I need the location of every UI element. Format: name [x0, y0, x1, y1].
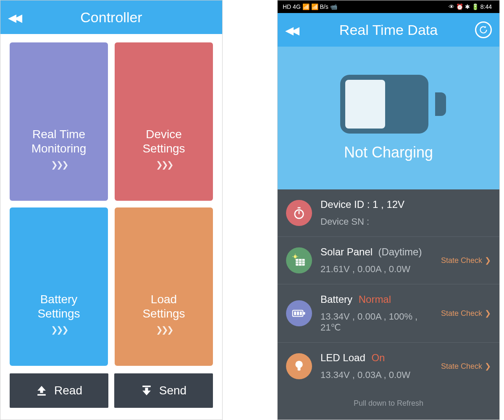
bulb-icon [286, 353, 312, 379]
back-button[interactable]: ◂◂ [278, 20, 304, 39]
chevrons-icon: ❯❯❯ [156, 325, 172, 335]
tile-real-time-monitoring[interactable]: Real Time Monitoring ❯❯❯ [10, 42, 108, 201]
download-icon [141, 385, 152, 396]
tile-label: Device Settings [142, 127, 185, 155]
back-button[interactable]: ◂◂ [0, 8, 27, 27]
solar-title-line: Solar Panel (Daytime) [320, 246, 438, 258]
realtime-screen: HD 4G 📶 📶 B/s 📹 👁 ⏰ ✱ 🔋 8:44 ◂◂ Real Tim… [277, 0, 500, 420]
svg-rect-17 [37, 394, 46, 396]
navbar-realtime: ◂◂ Real Time Data [278, 13, 499, 47]
svg-rect-18 [142, 386, 151, 387]
pull-to-refresh-hint: Pull down to Refresh [278, 390, 499, 420]
svg-rect-37 [297, 312, 299, 315]
statusbar-right: 👁 ⏰ ✱ 🔋 8:44 [449, 3, 494, 10]
svg-marker-15 [37, 386, 46, 391]
battery-state-check-link[interactable]: State Check❯ [438, 309, 491, 318]
row-battery: Battery Normal 13.34V , 0.00A , 100% , 2… [278, 284, 499, 343]
tile-label: Load Settings [142, 292, 185, 320]
solar-state-check-link[interactable]: State Check❯ [438, 256, 491, 265]
chevrons-icon: ❯❯❯ [156, 160, 172, 170]
tile-label: Real Time Monitoring [32, 127, 87, 155]
controller-screen: ◂◂ Controller Real Time Monitoring ❯❯❯ [0, 0, 223, 420]
svg-point-24 [294, 255, 297, 258]
battery-title-line: Battery Normal [320, 294, 438, 305]
data-rows: Device ID : 1 , 12V Device SN : [278, 189, 499, 420]
page-title: Controller [0, 9, 222, 26]
svg-rect-38 [300, 312, 302, 315]
svg-rect-40 [298, 367, 301, 370]
tile-device-settings[interactable]: Device Settings ❯❯❯ [115, 42, 213, 201]
load-values: 13.34V , 0.03A , 0.0W [320, 370, 438, 381]
svg-rect-35 [303, 312, 305, 315]
row-solar: Solar Panel (Daytime) 21.61V , 0.00A , 0… [278, 237, 499, 284]
svg-rect-19 [145, 388, 148, 391]
battery-icon [286, 300, 312, 326]
statusbar-left: HD 4G 📶 📶 B/s 📹 [283, 3, 340, 10]
read-label: Read [54, 384, 82, 397]
big-battery-icon [340, 75, 437, 134]
chevrons-icon: ❯❯❯ [51, 160, 67, 170]
chevrons-icon: ❯❯❯ [51, 325, 67, 335]
chevron-right-icon: ❯ [485, 362, 491, 371]
svg-rect-29 [296, 259, 305, 266]
battery-hero: Not Charging [278, 47, 499, 189]
row-led-load: LED Load On 13.34V , 0.03A , 0.0W State … [278, 343, 499, 390]
solar-panel-icon [286, 247, 312, 273]
send-button[interactable]: Send [114, 373, 213, 408]
row-device: Device ID : 1 , 12V Device SN : [278, 189, 499, 237]
device-id-line: Device ID : 1 , 12V [320, 199, 491, 210]
svg-rect-36 [294, 312, 296, 315]
tile-load-settings[interactable]: Load Settings ❯❯❯ [115, 207, 213, 366]
solar-values: 21.61V , 0.00A , 0.0W [320, 264, 438, 275]
charging-status: Not Charging [344, 144, 433, 161]
chevron-right-icon: ❯ [485, 309, 491, 318]
svg-rect-16 [40, 390, 43, 393]
load-title-line: LED Load On [320, 352, 438, 364]
send-label: Send [159, 384, 186, 397]
battery-values: 13.34V , 0.00A , 100% , 21℃ [320, 311, 438, 333]
android-status-bar: HD 4G 📶 📶 B/s 📹 👁 ⏰ ✱ 🔋 8:44 [278, 0, 499, 13]
refresh-icon [479, 25, 488, 34]
stopwatch-icon [286, 200, 312, 226]
refresh-button[interactable] [475, 21, 492, 38]
navbar-controller: ◂◂ Controller [0, 0, 222, 34]
svg-rect-23 [298, 207, 301, 208]
read-button[interactable]: Read [10, 373, 108, 408]
chevron-right-icon: ❯ [485, 256, 491, 265]
controller-grid: Real Time Monitoring ❯❯❯ Device Settings… [0, 34, 222, 370]
svg-point-39 [295, 361, 302, 368]
bottom-bar: Read Send [0, 370, 222, 416]
page-title: Real Time Data [278, 22, 499, 38]
upload-icon [36, 385, 47, 396]
tile-battery-settings[interactable]: Battery Settings ❯❯❯ [10, 207, 108, 366]
load-state-check-link[interactable]: State Check❯ [438, 362, 491, 371]
svg-marker-20 [142, 391, 151, 395]
tile-label: Battery Settings [37, 292, 80, 320]
device-sn-line: Device SN : [320, 216, 491, 227]
